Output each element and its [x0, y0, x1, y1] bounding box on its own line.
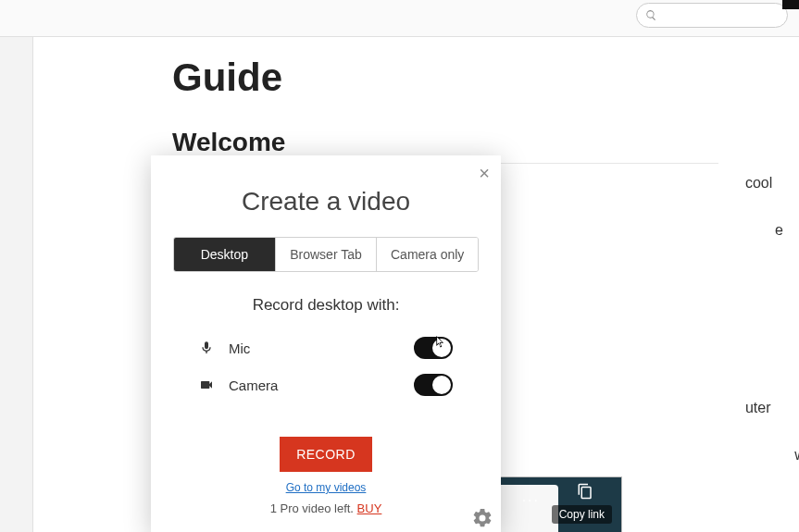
modal-overlay: × Create a video Desktop Browser Tab Cam… [0, 0, 799, 532]
gear-icon[interactable] [471, 507, 493, 529]
tab-camera-only[interactable]: Camera only [377, 238, 478, 271]
camera-icon [199, 377, 214, 392]
tab-desktop[interactable]: Desktop [174, 238, 276, 271]
mic-toggle[interactable] [414, 337, 453, 359]
pro-status-line: 1 Pro video left. BUY [173, 501, 479, 515]
camera-row: Camera [173, 366, 479, 403]
close-icon[interactable]: × [479, 163, 490, 184]
camera-toggle[interactable] [414, 374, 453, 396]
create-video-modal: × Create a video Desktop Browser Tab Cam… [151, 155, 501, 532]
source-tabs: Desktop Browser Tab Camera only [173, 237, 479, 272]
record-button[interactable]: RECORD [280, 437, 372, 472]
pro-prefix: 1 Pro video left. [270, 501, 357, 515]
modal-title: Create a video [173, 187, 479, 217]
mic-row: Mic [173, 329, 479, 366]
mic-label: Mic [229, 340, 250, 356]
camera-label: Camera [229, 377, 278, 393]
tab-browser-tab[interactable]: Browser Tab [276, 238, 378, 271]
go-to-videos-link[interactable]: Go to my videos [173, 481, 479, 494]
buy-link[interactable]: BUY [357, 501, 382, 515]
mic-icon [199, 340, 214, 355]
record-with-label: Record desktop with: [173, 296, 479, 315]
